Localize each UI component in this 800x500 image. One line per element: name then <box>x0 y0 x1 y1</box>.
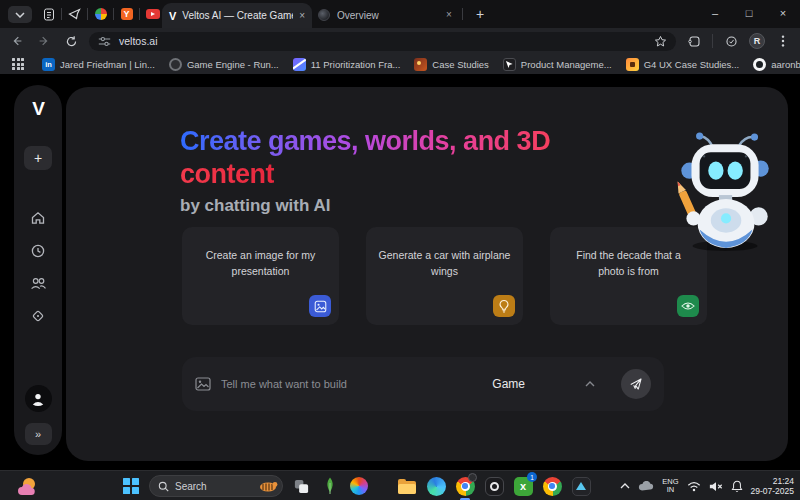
tab-veltos[interactable]: V Veltos AI — Create Games & 3… × <box>162 3 312 28</box>
tab-search-button[interactable] <box>8 6 32 23</box>
image-icon <box>309 295 331 317</box>
lightbulb-icon <box>493 295 515 317</box>
taskbar-apps: x 1 <box>120 475 592 497</box>
pinned-tab-triangle[interactable] <box>62 4 87 24</box>
attach-image-icon[interactable] <box>195 377 211 391</box>
chrome-secondary-app[interactable] <box>541 475 563 497</box>
tab-title: Overview <box>337 10 379 21</box>
windows-logo-icon <box>123 478 139 494</box>
browser-tab-strip: Y V Veltos AI — Create Games & 3… × Over… <box>0 0 800 28</box>
search-icon <box>158 481 169 492</box>
document-icon <box>43 8 55 21</box>
chrome-app-active[interactable] <box>454 475 476 497</box>
browser-toolbar: veltos.ai R <box>0 28 800 54</box>
close-tab-icon[interactable]: × <box>299 11 305 21</box>
notification-bell-icon[interactable] <box>731 480 743 492</box>
tray-chevron-up-icon[interactable] <box>620 483 630 489</box>
edge-app[interactable] <box>425 475 447 497</box>
pinwheel-icon <box>95 8 107 20</box>
bookmark-item[interactable]: Product Manageme... <box>503 58 612 71</box>
hero-heading: Create games, worlds, and 3Dcontent <box>180 125 680 191</box>
close-window-button[interactable]: × <box>766 7 800 19</box>
xbox-app[interactable]: x 1 <box>512 475 534 497</box>
tab-title: Veltos AI — Create Games & 3… <box>182 10 293 21</box>
linkedin-icon: in <box>42 58 55 71</box>
mongodb-app[interactable] <box>319 475 341 497</box>
triangle-logo-icon <box>68 8 81 20</box>
youtube-icon <box>146 9 160 19</box>
home-icon[interactable] <box>30 210 46 226</box>
sidebar-nav <box>30 210 47 324</box>
maximize-button[interactable]: □ <box>732 7 766 19</box>
user-avatar[interactable] <box>25 385 52 412</box>
photos-app[interactable] <box>570 475 592 497</box>
chrome-icon <box>543 477 562 496</box>
browser-menu-button[interactable] <box>774 32 792 50</box>
apps-grid-icon[interactable] <box>12 58 24 70</box>
wifi-icon[interactable] <box>687 481 701 492</box>
extension-action-icon[interactable] <box>722 32 740 50</box>
bookmark-item[interactable]: inJared Friedman | Lin... <box>42 58 155 71</box>
bookmark-item[interactable]: 11 Prioritization Fra... <box>293 58 401 71</box>
reload-button[interactable] <box>62 32 80 50</box>
community-icon[interactable] <box>30 276 47 291</box>
start-button[interactable] <box>120 475 142 497</box>
minimize-button[interactable]: – <box>698 7 732 19</box>
close-tab-icon[interactable]: × <box>446 9 452 20</box>
mongodb-leaf-icon <box>324 477 336 495</box>
expand-sidebar-button[interactable]: » <box>25 423 52 445</box>
extensions-icon[interactable] <box>685 32 703 50</box>
clock[interactable]: 21:24 29-07-2025 <box>751 476 794 496</box>
chevron-up-icon[interactable] <box>585 381 595 387</box>
overview-favicon <box>318 9 330 21</box>
taskbar-search-input[interactable] <box>175 481 252 492</box>
prompt-input[interactable] <box>221 378 482 390</box>
tiger-search-art <box>258 479 278 493</box>
back-button[interactable] <box>8 32 26 50</box>
bookmark-item[interactable]: aaronbatchelder/pr... <box>753 58 800 71</box>
mode-selector[interactable]: Game <box>492 377 525 391</box>
main-panel: Create games, worlds, and 3Dcontent by c… <box>66 87 788 461</box>
hero: Create games, worlds, and 3Dcontent by c… <box>180 125 680 216</box>
file-explorer-app[interactable] <box>396 475 418 497</box>
task-view-icon <box>293 478 310 495</box>
chevron-down-icon <box>15 12 25 18</box>
language-indicator[interactable]: ENG IN <box>662 478 678 494</box>
prompt-composer[interactable]: Game <box>182 357 664 411</box>
tab-overview[interactable]: Overview <box>318 5 438 25</box>
suggestion-card-image[interactable]: Create an image for my presentation <box>182 227 339 325</box>
taskbar-search[interactable] <box>149 475 283 497</box>
task-view-button[interactable] <box>290 475 312 497</box>
pinned-tab-hackernews[interactable]: Y <box>114 4 139 24</box>
back-arrow-icon <box>10 34 24 48</box>
suggestion-card-generate[interactable]: Generate a car with airplane wings <box>366 227 523 325</box>
send-button[interactable] <box>621 369 651 399</box>
windows-taskbar: x 1 ENG IN 21:24 29-07-2025 <box>0 470 800 500</box>
product-management-icon <box>503 58 516 71</box>
bookmark-item[interactable]: Case Studies <box>414 58 489 71</box>
discover-tag-icon[interactable] <box>30 308 46 324</box>
volume-muted-icon[interactable] <box>709 481 723 492</box>
profile-avatar[interactable]: R <box>749 33 765 49</box>
camera-ring-app[interactable] <box>483 475 505 497</box>
bookmark-star-icon[interactable] <box>654 35 667 48</box>
photos-icon <box>572 477 591 496</box>
onedrive-cloud-icon[interactable] <box>638 481 654 491</box>
pinned-tab-notes[interactable] <box>36 4 61 24</box>
new-project-button[interactable]: + <box>24 146 52 170</box>
url-text[interactable]: veltos.ai <box>119 35 646 47</box>
forward-button[interactable] <box>35 32 53 50</box>
microsoft365-app[interactable] <box>348 475 370 497</box>
bookmark-item[interactable]: G4 UX Case Studies... <box>626 58 740 71</box>
pinned-tab-photos[interactable] <box>88 4 113 24</box>
system-tray: ENG IN 21:24 29-07-2025 <box>620 471 794 500</box>
game-engine-icon <box>169 58 182 71</box>
bookmark-item[interactable]: Game Engine - Run... <box>169 58 279 71</box>
robot-mascot <box>662 131 784 253</box>
weather-widget-icon[interactable] <box>14 475 40 497</box>
app-sidebar: V + » <box>14 85 62 455</box>
address-bar[interactable]: veltos.ai <box>89 32 676 51</box>
new-tab-button[interactable]: + <box>470 4 490 24</box>
veltos-favicon: V <box>169 10 176 22</box>
history-icon[interactable] <box>30 243 46 259</box>
